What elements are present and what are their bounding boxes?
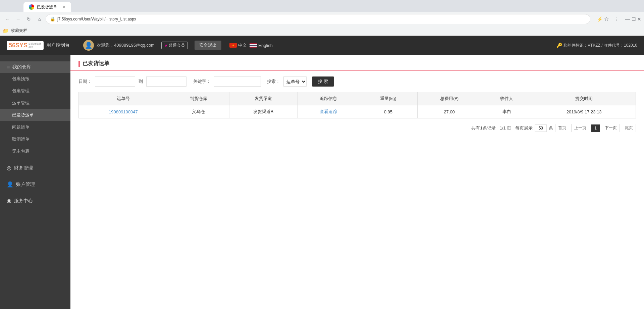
logo-dot-com: .com [28, 46, 42, 48]
home-button[interactable]: ⌂ [35, 14, 44, 24]
avatar: 👤 [83, 40, 94, 51]
browser-tab[interactable]: 已发货运单 ✕ [23, 2, 71, 12]
pagination: 共有1条记录 1/1 页 每页展示 条 首页 上一页 1 下一页 尾页 [70, 118, 644, 138]
key-icon: 🔑 [556, 43, 562, 48]
bookmark-item[interactable]: 收藏夹栏 [11, 28, 27, 34]
logo-area: 56SYS 全易物流通 .com 用户控制台 [7, 41, 70, 50]
service-label: 服务中心 [14, 198, 33, 204]
sidebar-item-waybill-manage[interactable]: 运单管理 [0, 97, 70, 109]
reload-button[interactable]: ↻ [24, 14, 34, 24]
page-size-input[interactable] [535, 124, 547, 132]
last-page-button[interactable]: 尾页 [622, 124, 636, 132]
sidebar-item-shipped-waybill[interactable]: 已发货运单 [0, 109, 70, 121]
secure-icon: 🔒 [50, 16, 55, 21]
tab-title: 已发货运单 [37, 4, 57, 10]
lang-en-item[interactable]: English [250, 43, 273, 48]
col-weight: 重量(kg) [359, 92, 418, 105]
lang-cn-label: 中文 [238, 42, 247, 48]
sidebar-item-problem-waybill[interactable]: 问题运单 [0, 121, 70, 133]
search-type-select[interactable]: 运单号 收件人 追踪号 [283, 76, 307, 87]
cell-waybill-no: 190809100047 [79, 105, 168, 118]
sidebar-account-section: 👤 账户管理 [0, 175, 70, 192]
service-icon: ◉ [7, 198, 11, 204]
col-recipient: 收件人 [481, 92, 532, 105]
pagination-summary: 共有1条记录 [471, 125, 495, 131]
app-header: 56SYS 全易物流通 .com 用户控制台 👤 欢迎您，409889195@q… [0, 36, 644, 55]
col-fee: 总费用(¥) [418, 92, 481, 105]
minimize-icon[interactable]: — [625, 16, 630, 22]
pagination-page-info: 1/1 页 [500, 125, 512, 131]
sidebar-service-section: ◉ 服务中心 [0, 192, 70, 208]
flag-th-icon [250, 43, 257, 48]
cell-weight: 0.85 [359, 105, 418, 118]
sidebar-finance-title[interactable]: ◎ 财务管理 [0, 162, 70, 174]
member-icon: V [164, 43, 167, 48]
cell-tracking: 查看追踪 [298, 105, 359, 118]
browser-menu-icon[interactable]: ⋮ [614, 16, 620, 22]
date-to-label: 到 [139, 79, 143, 85]
member-badge: V 普通会员 [161, 42, 188, 49]
bookmark-icon[interactable]: ☆ [604, 16, 609, 22]
forward-button[interactable]: → [13, 14, 23, 24]
lang-cn-item[interactable]: ★ 中文 [229, 42, 247, 48]
pagination-size-label: 每页展示 [515, 125, 533, 131]
date-label: 日期： [78, 79, 92, 85]
sidebar-item-no-owner-parcel[interactable]: 无主包裹 [0, 145, 70, 157]
search-button[interactable]: 搜 索 [312, 76, 334, 87]
bookmark-folder-icon: 📁 [3, 28, 8, 34]
main-content: 已发货运单 日期： 到 关键字： 搜索： 运单号 收件人 追踪号 搜 索 运单号 [70, 55, 644, 309]
search-bar: 日期： 到 关键字： 搜索： 运单号 收件人 追踪号 搜 索 [70, 71, 644, 92]
lang-area: ★ 中文 English [229, 42, 273, 48]
col-submit-time: 提交时间 [532, 92, 636, 105]
header-right: 🔑 您的件标识：VTKZZ / 收件代号：102010 [556, 43, 637, 48]
col-tracking: 追踪信息 [298, 92, 359, 105]
tab-close[interactable]: ✕ [62, 5, 66, 9]
console-label: 用户控制台 [46, 42, 70, 48]
keyword-input[interactable] [214, 76, 261, 87]
finance-icon: ◎ [7, 165, 11, 171]
col-channel: 发货渠道 [229, 92, 298, 105]
warehouse-icon: ≡ [7, 64, 10, 70]
lang-en-label: English [258, 43, 273, 48]
sidebar-item-parcel-report[interactable]: 包裹预报 [0, 73, 70, 85]
back-button[interactable]: ← [3, 14, 12, 24]
date-from-input[interactable] [95, 76, 135, 87]
sidebar-item-parcel-manage[interactable]: 包裹管理 [0, 85, 70, 97]
account-icon: 👤 [7, 181, 13, 188]
sidebar-service-title[interactable]: ◉ 服务中心 [0, 195, 70, 207]
waybill-link[interactable]: 190809100047 [109, 109, 138, 114]
sidebar-warehouse-title[interactable]: ≡ 我的仓库 [0, 61, 70, 73]
cell-warehouse: 义乌仓 [168, 105, 229, 118]
logo-box: 56SYS 全易物流通 .com [7, 41, 44, 50]
table-header-row: 运单号 到货仓库 发货渠道 追踪信息 重量(kg) 总费用(¥) 收件人 提交时… [79, 92, 636, 105]
sidebar-item-cancel-waybill[interactable]: 取消运单 [0, 133, 70, 145]
tracking-link[interactable]: 查看追踪 [320, 109, 337, 114]
extensions-icon[interactable]: ⚡ [597, 16, 603, 22]
page-title: 已发货运单 [83, 60, 109, 67]
data-table: 运单号 到货仓库 发货渠道 追踪信息 重量(kg) 总费用(¥) 收件人 提交时… [78, 92, 636, 118]
search-type-label: 搜索： [267, 79, 280, 85]
page-header: 已发货运单 [70, 55, 644, 71]
sidebar-account-title[interactable]: 👤 账户管理 [0, 178, 70, 190]
user-info: 您的件标识：VTKZZ / 收件代号：102010 [564, 43, 637, 48]
tab-favicon [29, 4, 34, 10]
member-label: 普通会员 [169, 43, 185, 48]
sidebar-warehouse-section: ≡ 我的仓库 包裹预报 包裹管理 运单管理 已发货运单 问题运单 取消运单 [0, 58, 70, 159]
prev-page-button[interactable]: 上一页 [571, 124, 589, 132]
cell-submit-time: 2019/8/9 17:23:13 [532, 105, 636, 118]
table-row: 190809100047 义乌仓 发货渠道B 查看追踪 0.85 27.00 李… [79, 105, 636, 118]
welcome-text: 欢迎您，409889195@qq.com [97, 42, 155, 48]
window-close-icon[interactable]: ✕ [637, 16, 641, 22]
cell-recipient: 李白 [481, 105, 532, 118]
flag-cn-icon: ★ [229, 43, 237, 48]
warehouse-label: 我的仓库 [12, 64, 31, 70]
first-page-button[interactable]: 首页 [555, 124, 569, 132]
current-page-button[interactable]: 1 [591, 124, 600, 132]
logout-button[interactable]: 安全退出 [195, 41, 221, 50]
header-user: 👤 欢迎您，409889195@qq.com [83, 40, 155, 51]
cell-channel: 发货渠道B [229, 105, 298, 118]
next-page-button[interactable]: 下一页 [602, 124, 620, 132]
keyword-label: 关键字： [193, 79, 211, 85]
date-to-input[interactable] [146, 76, 186, 87]
restore-icon[interactable]: ☐ [632, 16, 636, 22]
